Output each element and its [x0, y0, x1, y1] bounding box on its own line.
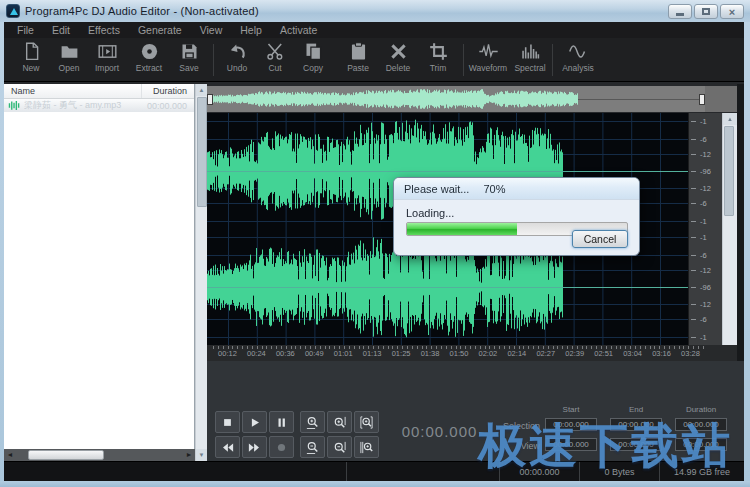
dialog-message: Loading...: [406, 207, 454, 219]
save-button[interactable]: Save: [170, 41, 208, 80]
spectral-view-button[interactable]: Spectral: [510, 41, 550, 80]
stop-button[interactable]: [215, 411, 240, 433]
fast-forward-button[interactable]: [242, 436, 267, 458]
view-start-field[interactable]: [545, 438, 597, 451]
zoom-in-selection-button[interactable]: [354, 411, 379, 433]
audio-file-icon: [8, 100, 21, 111]
db-label: -6: [689, 135, 722, 144]
timeline-ruler[interactable]: 00:12 00:24 00:36 00:49 01:01 01:13 01:2…: [207, 345, 737, 361]
waveform-view-button[interactable]: Waveform: [466, 41, 510, 80]
scrollbar-thumb[interactable]: [28, 450, 104, 460]
delete-x-icon: [388, 41, 409, 62]
selection-header-start: Start: [545, 405, 597, 414]
time-tick: 03:04: [618, 349, 647, 358]
close-icon: ×: [729, 7, 735, 17]
status-size: 0 Bytes: [580, 462, 660, 481]
dialog-titlebar[interactable]: Please wait... 70%: [394, 178, 639, 200]
zoom-full-button[interactable]: [354, 436, 379, 458]
file-list-row[interactable]: 梁静茹 - 勇气 - amy.mp3 00:00.000: [4, 99, 194, 112]
time-tick: 02:14: [502, 349, 531, 358]
maximize-button[interactable]: [694, 4, 718, 19]
db-label: -96: [689, 283, 722, 292]
window-border: [744, 22, 750, 481]
overview-canvas[interactable]: [207, 86, 737, 112]
scrollbar-thumb[interactable]: [197, 97, 207, 207]
status-segment: [347, 462, 500, 481]
undo-button[interactable]: Undo: [218, 41, 256, 80]
record-button[interactable]: [269, 436, 294, 458]
toolbar-separator: [463, 44, 464, 76]
control-deck: 00:00.000 Start End Duration Selection V…: [207, 361, 744, 461]
menu-effects[interactable]: Effects: [79, 22, 129, 38]
trim-button[interactable]: Trim: [419, 41, 457, 80]
menu-activate[interactable]: Activate: [271, 22, 326, 38]
waveform-vertical-scrollbar[interactable]: ▲ ▼: [722, 113, 737, 361]
open-folder-icon: [59, 41, 80, 62]
status-bar: 00:00.000 0 Bytes 14.99 GB free: [4, 461, 744, 481]
analysis-button[interactable]: Analysis: [556, 41, 600, 80]
cancel-button[interactable]: Cancel: [572, 230, 628, 248]
zoom-out-vertical-button[interactable]: [327, 436, 352, 458]
menu-generate[interactable]: Generate: [129, 22, 191, 38]
file-list-horizontal-scrollbar[interactable]: ◄ ►: [4, 449, 195, 461]
time-tick: 00:24: [242, 349, 271, 358]
extract-button[interactable]: Extract: [130, 41, 168, 80]
scrollbar-thumb[interactable]: [724, 126, 734, 216]
titlebar[interactable]: Program4Pc DJ Audio Editor - (Non-activa…: [0, 0, 750, 22]
selection-start-field[interactable]: [545, 418, 597, 431]
open-button[interactable]: Open: [50, 41, 88, 80]
play-button[interactable]: [242, 411, 267, 433]
file-list-vertical-scrollbar[interactable]: ▲ ▼: [195, 84, 207, 461]
import-button[interactable]: Import: [88, 41, 126, 80]
window-title: Program4Pc DJ Audio Editor - (Non-activa…: [25, 5, 259, 17]
menu-view[interactable]: View: [191, 22, 232, 38]
delete-button[interactable]: Delete: [379, 41, 417, 80]
rewind-icon: [220, 440, 235, 455]
menu-file[interactable]: File: [8, 22, 43, 38]
cut-button[interactable]: Cut: [256, 41, 294, 80]
close-button[interactable]: ×: [720, 4, 744, 19]
copy-button[interactable]: Copy: [294, 41, 332, 80]
status-segment: [4, 462, 347, 481]
view-end-field[interactable]: [610, 438, 662, 451]
zoom-in-vertical-icon: [332, 415, 347, 430]
scroll-left-icon[interactable]: ◄: [4, 449, 16, 461]
menu-help[interactable]: Help: [231, 22, 271, 38]
pause-button[interactable]: [269, 411, 294, 433]
scroll-down-icon[interactable]: ▼: [196, 449, 207, 461]
column-header-name[interactable]: Name: [4, 84, 142, 98]
status-time: 00:00.000: [500, 462, 580, 481]
column-header-duration[interactable]: Duration: [142, 84, 194, 98]
new-button[interactable]: New: [12, 41, 50, 80]
scissors-icon: [265, 41, 286, 62]
scroll-right-icon[interactable]: ►: [183, 449, 195, 461]
new-file-icon: [21, 41, 42, 62]
scroll-up-icon[interactable]: ▲: [196, 84, 207, 96]
db-label: -1: [689, 117, 722, 126]
db-label: -12: [689, 150, 722, 159]
window-border: [0, 481, 750, 487]
selection-header-duration: Duration: [675, 405, 727, 414]
play-icon: [247, 415, 262, 430]
selection-end-field[interactable]: [610, 418, 662, 431]
file-duration: 00:00.000: [132, 101, 194, 111]
rewind-button[interactable]: [215, 436, 240, 458]
db-label: -12: [689, 184, 722, 193]
scroll-up-icon[interactable]: ▲: [723, 113, 737, 125]
time-tick: 01:13: [358, 349, 387, 358]
zoom-in-horizontal-button[interactable]: [300, 411, 325, 433]
db-label: -12: [689, 266, 722, 275]
menu-edit[interactable]: Edit: [43, 22, 79, 38]
import-media-icon: [97, 41, 118, 62]
minimize-button[interactable]: [668, 4, 692, 19]
fast-forward-icon: [247, 440, 262, 455]
app-icon: [6, 4, 20, 18]
selection-duration-field[interactable]: [675, 418, 727, 431]
zoom-in-vertical-button[interactable]: [327, 411, 352, 433]
time-tick: 03:16: [647, 349, 676, 358]
db-label: -6: [689, 251, 722, 260]
zoom-out-horizontal-button[interactable]: [300, 436, 325, 458]
paste-button[interactable]: Paste: [339, 41, 377, 80]
view-duration-field[interactable]: [675, 438, 727, 451]
time-tick: 01:25: [387, 349, 416, 358]
